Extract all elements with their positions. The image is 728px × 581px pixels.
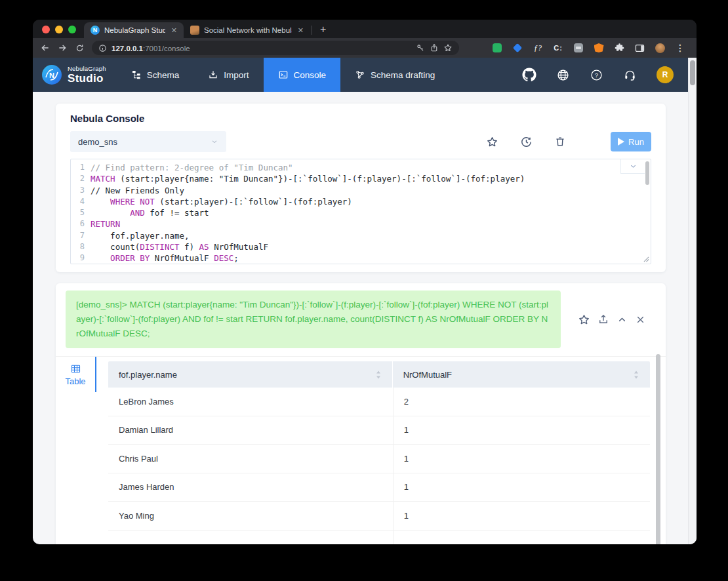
save-favorite-star-icon[interactable] — [578, 313, 590, 326]
tab-close-icon[interactable]: ✕ — [296, 26, 305, 35]
result-table: fof.player.nameNrOfMutualF LeBron James2… — [108, 361, 650, 544]
side-panel-icon[interactable] — [634, 43, 645, 54]
menu-dots-icon[interactable]: ⋮ — [676, 43, 685, 53]
user-avatar[interactable]: R — [657, 66, 674, 83]
code-line: 5 AND fof != start — [71, 207, 651, 218]
table-view-tab[interactable]: Table — [56, 357, 96, 392]
studio-logo[interactable]: N NebulaGraph Studio — [33, 58, 117, 92]
page-scrollbar[interactable] — [688, 58, 697, 544]
column-header-fof.player.name[interactable]: fof.player.name — [108, 361, 393, 388]
nav-item-console[interactable]: Console — [264, 58, 341, 92]
play-icon — [618, 138, 624, 146]
tab-title: Social Network with NebulaGra — [204, 26, 292, 34]
clickup-extension-slot[interactable]: C: — [552, 42, 564, 54]
result-banner-row: [demo_sns]> MATCH (start:player{name: "T… — [56, 283, 666, 348]
sort-caret-icon[interactable] — [375, 370, 382, 380]
favorite-star-icon[interactable] — [486, 136, 498, 148]
run-button-label: Run — [628, 137, 644, 147]
close-window-button[interactable] — [42, 26, 50, 33]
editor-collapse-button[interactable] — [620, 159, 645, 174]
back-icon[interactable] — [38, 41, 52, 55]
github-icon[interactable] — [522, 68, 536, 82]
nav-item-label: Schema drafting — [371, 70, 435, 80]
browser-tab-social-network[interactable]: Social Network with NebulaGra ✕ — [184, 22, 310, 38]
collapse-chevron-up-icon[interactable] — [617, 314, 628, 325]
gem-extension-slot[interactable] — [512, 42, 523, 54]
card-extension-icon[interactable] — [574, 43, 583, 52]
minimize-window-button[interactable] — [55, 26, 63, 33]
menu-extension-slot[interactable]: ⋮ — [674, 42, 686, 54]
bookmark-star-icon[interactable] — [443, 43, 453, 52]
gem-extension-icon[interactable] — [513, 43, 522, 52]
language-globe-icon[interactable] — [556, 68, 570, 82]
share-icon[interactable] — [430, 43, 439, 52]
zoom-window-button[interactable] — [68, 26, 76, 33]
site-info-icon[interactable] — [98, 44, 107, 52]
code-line: 2MATCH (start:player{name: "Tim Duncan"}… — [71, 173, 651, 184]
line-number: 5 — [71, 207, 91, 218]
schema-icon — [131, 70, 142, 80]
address-bar[interactable]: 127.0.0.1:7001/console — [92, 41, 459, 55]
metamask-icon[interactable] — [594, 43, 604, 52]
line-number: 8 — [71, 241, 91, 252]
export-icon[interactable] — [597, 313, 609, 325]
reload-icon[interactable] — [72, 41, 87, 55]
console-title: Nebula Console — [70, 113, 651, 124]
editor-scrollbar-thumb[interactable] — [645, 161, 649, 185]
table-cell — [108, 531, 393, 545]
space-select-value: demo_sns — [78, 137, 117, 147]
nav-item-label: Console — [294, 70, 327, 80]
profile-avatar-icon[interactable] — [655, 43, 665, 53]
close-result-icon[interactable] — [635, 314, 646, 325]
new-tab-button[interactable]: + — [315, 24, 333, 38]
line-number: 3 — [71, 185, 91, 196]
metamask-extension-slot[interactable] — [593, 42, 605, 54]
editor-resize-handle[interactable] — [643, 256, 649, 262]
scrollbar-thumb[interactable] — [690, 60, 695, 85]
studio-nav-items: Schema Import Console — [117, 58, 450, 92]
code-text: count(DISTINCT f) AS NrOfMutualF — [91, 241, 268, 252]
browser-tab-nebulagraph-studio[interactable]: N NebulaGraph Studio ✕ — [84, 22, 184, 38]
nav-item-label: Schema — [147, 70, 180, 80]
query-editor[interactable]: 1// Find pattern: 2-degree of "Tim Dunca… — [70, 159, 651, 264]
nav-item-schema-drafting[interactable]: Schema drafting — [340, 58, 449, 92]
tab-divider — [312, 26, 312, 35]
evernote-extension-slot[interactable] — [491, 42, 503, 54]
clickup-extension-icon[interactable]: C: — [554, 44, 563, 52]
studio-navbar: N NebulaGraph Studio Schema — [33, 58, 688, 92]
card-extension-slot[interactable] — [573, 42, 584, 54]
f-script-extension-icon[interactable]: ƒ? — [534, 43, 542, 53]
history-icon[interactable] — [520, 136, 533, 148]
password-key-icon[interactable] — [416, 43, 425, 52]
run-button[interactable]: Run — [611, 132, 651, 151]
nav-item-label: Import — [224, 70, 249, 80]
column-header-NrOfMutualF[interactable]: NrOfMutualF — [393, 361, 650, 388]
code-line: 1// Find pattern: 2-degree of "Tim Dunca… — [71, 162, 651, 173]
sort-caret-icon[interactable] — [633, 370, 639, 380]
support-headset-icon[interactable] — [623, 68, 637, 82]
table-cell: Yao Ming — [108, 502, 393, 530]
clear-trash-icon[interactable] — [554, 136, 566, 148]
line-number: 2 — [71, 173, 91, 184]
forward-icon[interactable] — [55, 41, 70, 55]
help-icon[interactable]: ? — [590, 68, 603, 82]
column-label: NrOfMutualF — [403, 370, 452, 380]
schema-drafting-icon — [355, 70, 365, 80]
evernote-icon[interactable] — [493, 43, 502, 52]
line-number: 4 — [71, 196, 91, 207]
f-script-extension-slot[interactable]: ƒ? — [532, 42, 544, 54]
space-select[interactable]: demo_sns — [70, 131, 226, 152]
nav-item-schema[interactable]: Schema — [117, 58, 194, 92]
code-line: 6RETURN — [71, 218, 651, 230]
code-text: // New Friends Only — [91, 185, 184, 196]
extensions-puzzle-icon[interactable] — [614, 43, 625, 54]
table-cell: 1 — [393, 502, 650, 530]
nav-item-import[interactable]: Import — [193, 58, 263, 92]
table-view-label: Table — [65, 376, 85, 386]
puzzle-extension-slot[interactable] — [613, 42, 625, 54]
side-panel-extension-slot[interactable] — [634, 42, 645, 54]
code-text: AND fof != start — [91, 207, 209, 218]
result-scrollbar[interactable] — [656, 354, 660, 544]
tab-close-icon[interactable]: ✕ — [170, 26, 178, 35]
profile-extension-slot[interactable] — [654, 42, 666, 54]
